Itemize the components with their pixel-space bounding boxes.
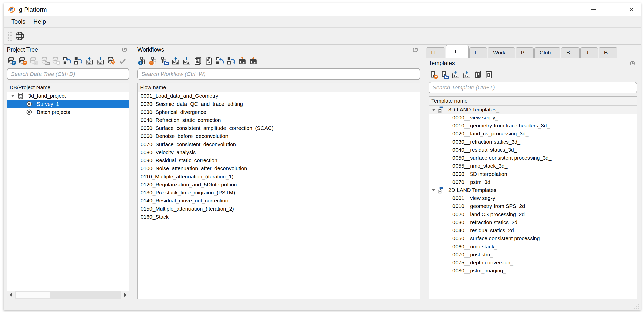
workflow-row[interactable]: 0150_Multiple_attenuation_(iteration_2) xyxy=(138,205,420,213)
upload-workflow-button[interactable] xyxy=(237,56,247,66)
workflow-row[interactable]: 0020_Seismic_data_QC_and_trace_editing xyxy=(138,100,420,108)
panel-tab[interactable]: Work... xyxy=(488,47,515,58)
workflow-row[interactable]: 0140_Residual_move_out_correction xyxy=(138,197,420,205)
menu-item[interactable]: Help xyxy=(29,18,50,25)
copy-template-button[interactable] xyxy=(473,70,483,80)
open-database-button[interactable] xyxy=(40,56,50,66)
import-database-button[interactable] xyxy=(84,56,94,66)
template-tree-item[interactable]: 0020__land CS processing_2d_ xyxy=(429,210,637,218)
undo-button[interactable] xyxy=(62,56,72,66)
template-tree-item[interactable]: 3D LAND Templates_ xyxy=(429,106,637,114)
workflow-row[interactable]: 0120_Regularization_and_5DInterpoltion xyxy=(138,181,420,189)
add-database-button[interactable] xyxy=(7,56,17,66)
template-tree-item[interactable]: 0050__surface consistent processing_3d_ xyxy=(429,154,637,162)
import-template-button[interactable] xyxy=(451,70,461,80)
export-template-button[interactable] xyxy=(462,70,472,80)
template-tree-item[interactable]: 0070__pstm_3d_ xyxy=(429,178,637,186)
redo-button[interactable] xyxy=(73,56,83,66)
workflow-row[interactable]: 0040_Refraction_static_correction xyxy=(138,116,420,124)
workflow-row[interactable]: 0130_Pre-stack_time_migraion_(PSTM) xyxy=(138,189,420,197)
template-tree-item[interactable]: 0055__nmo_stack_3d_ xyxy=(429,162,637,170)
globe-button[interactable] xyxy=(14,30,25,42)
tree-item-batch-projects[interactable]: Batch projects xyxy=(7,108,129,116)
template-tree-item[interactable]: 0030__refraction statics_2d_ xyxy=(429,218,637,226)
template-tree-item[interactable]: 0060__nmo stack_ xyxy=(429,242,637,251)
remove-workflow-button[interactable] xyxy=(148,56,159,66)
float-panel-button[interactable] xyxy=(122,46,128,53)
export-workflow-button[interactable] xyxy=(182,56,192,66)
workflow-row[interactable]: 0080_Velocity_analysis xyxy=(138,148,420,156)
export-database-button[interactable] xyxy=(95,56,105,66)
tree-item-survey[interactable]: Survey_1 xyxy=(7,100,129,108)
panel-tab[interactable]: B... xyxy=(599,47,617,58)
redo-button[interactable] xyxy=(226,56,236,66)
template-tree-item[interactable]: 0010__geometry from SPS_2d_ xyxy=(429,202,637,210)
paste-template-button[interactable] xyxy=(484,70,494,80)
panel-tab[interactable]: F... xyxy=(469,47,487,58)
template-tree-item[interactable]: 0030__refraction statics_3d_ xyxy=(429,138,637,146)
workflow-row[interactable]: 0100_Noise_attenuation_after_deconvoluti… xyxy=(138,164,420,172)
minimize-button[interactable] xyxy=(584,3,603,16)
template-search-input[interactable] xyxy=(429,82,637,93)
close-database-button[interactable] xyxy=(51,56,61,66)
undo-button[interactable] xyxy=(215,56,225,66)
workflow-row[interactable]: 0030_Spherical_divergence xyxy=(138,108,420,116)
template-name-header[interactable]: Template name xyxy=(429,97,637,106)
paste-workflow-button[interactable] xyxy=(204,56,214,66)
tree-item-project[interactable]: 3d_land_project xyxy=(7,92,129,100)
template-tree-item[interactable]: 2D LAND Templates_ xyxy=(429,186,637,194)
template-tree-item[interactable]: 0075__depth conversion_ xyxy=(429,259,637,267)
panel-tab[interactable]: J... xyxy=(580,47,598,58)
float-panel-button[interactable] xyxy=(412,46,419,53)
panel-tab[interactable]: Fl... xyxy=(426,47,445,58)
expander-icon[interactable] xyxy=(432,189,435,191)
template-tree-item[interactable]: 0040__residual statics_2d_ xyxy=(429,226,637,234)
template-tree-item[interactable]: 0040__residual statics_3d_ xyxy=(429,146,637,154)
data-tree-search-input[interactable] xyxy=(7,68,129,80)
apply-button[interactable] xyxy=(118,56,128,66)
maximize-button[interactable] xyxy=(603,3,622,16)
workflow-row[interactable]: 0050_Surface_consistent_amplitude_correc… xyxy=(138,124,420,132)
import-workflow-button[interactable] xyxy=(171,56,181,66)
template-tree-item[interactable]: 0001__view seg-y_ xyxy=(429,194,637,202)
scroll-right-button[interactable] xyxy=(121,291,129,299)
expander-icon[interactable] xyxy=(432,109,435,111)
panel-tab[interactable]: Glob... xyxy=(534,47,560,58)
template-tree-item[interactable]: 0050__surface consistent processing_ xyxy=(429,234,637,242)
add-workflow-button[interactable] xyxy=(137,56,147,66)
workflow-search-input[interactable] xyxy=(137,68,420,80)
panel-tab[interactable]: B... xyxy=(561,47,580,58)
copy-workflow-button[interactable] xyxy=(193,56,203,66)
template-tree-item[interactable]: 0070__post stm_ xyxy=(429,251,637,259)
workflow-row[interactable]: 0090_Residual_static_correction xyxy=(138,156,420,164)
workflow-row[interactable]: 0070_Surface_consistent_deconvolution xyxy=(138,140,420,148)
panel-tab[interactable]: P... xyxy=(516,47,534,58)
close-button[interactable] xyxy=(622,3,641,16)
scrollbar-thumb[interactable] xyxy=(16,292,50,298)
template-tree-item[interactable]: 0080__pstm_imaging_ xyxy=(429,267,637,275)
database-tools-button[interactable] xyxy=(106,56,117,66)
panel-tab[interactable]: T... xyxy=(446,45,469,58)
workflow-row[interactable]: 0060_Denoise_before_deconvolution xyxy=(138,132,420,140)
database-properties-button[interactable] xyxy=(29,56,39,66)
float-panel-button[interactable] xyxy=(630,60,636,66)
workflow-row[interactable]: 0110_Multiple_attenuation_(iteration_1) xyxy=(138,172,420,181)
flow-name-header[interactable]: Flow name xyxy=(138,83,420,92)
remove-template-button[interactable] xyxy=(429,70,439,80)
template-tree-item[interactable]: 0060__5D interpolation_ xyxy=(429,170,637,178)
workflow-row[interactable]: 0001_Load_data_and_Geometry xyxy=(138,92,420,100)
open-template-button[interactable] xyxy=(440,70,450,80)
horizontal-scrollbar[interactable] xyxy=(7,291,129,299)
open-workflow-button[interactable] xyxy=(160,56,170,66)
expander-icon[interactable] xyxy=(11,95,15,97)
scrollbar-track[interactable] xyxy=(15,291,121,299)
menu-item[interactable]: Tools xyxy=(7,18,29,25)
workflow-row[interactable]: 0160_Stack xyxy=(138,213,420,221)
db-project-name-header[interactable]: DB/Project Name xyxy=(7,83,129,92)
download-workflow-button[interactable] xyxy=(248,56,258,66)
template-tree-item[interactable]: 0000__view seg-y_ xyxy=(429,114,637,122)
template-tree-item[interactable]: 0020__land_cs_processing_3d_ xyxy=(429,130,637,138)
remove-database-button[interactable] xyxy=(18,56,28,66)
toolbar-drag-handle[interactable] xyxy=(6,30,12,42)
template-tree-item[interactable]: 0010__geometry from trace headers_3d_ xyxy=(429,122,637,130)
